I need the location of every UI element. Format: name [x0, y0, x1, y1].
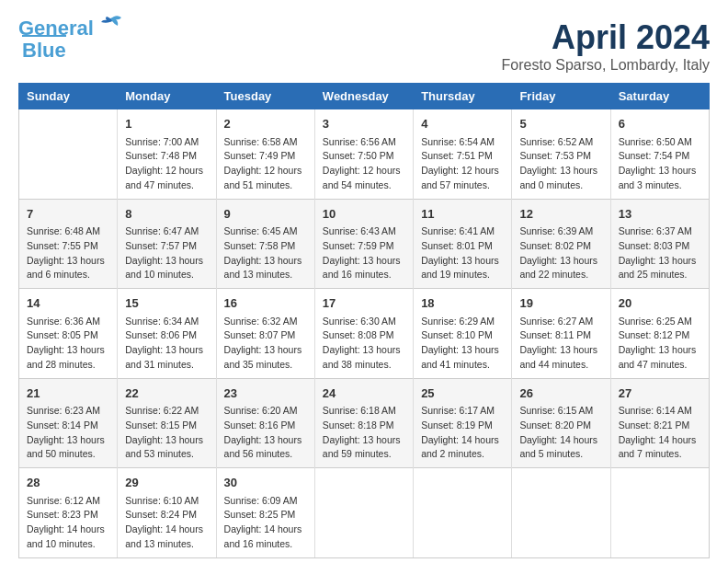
calendar-week-row: 7Sunrise: 6:48 AMSunset: 7:55 PMDaylight… — [19, 199, 710, 289]
calendar-week-row: 1Sunrise: 7:00 AMSunset: 7:48 PMDaylight… — [19, 109, 710, 200]
day-number: 11 — [421, 205, 504, 224]
table-row — [414, 468, 512, 558]
day-info: Sunrise: 6:12 AMSunset: 8:23 PMDaylight:… — [27, 494, 109, 552]
table-row: 15Sunrise: 6:34 AMSunset: 8:06 PMDayligh… — [118, 289, 216, 379]
day-info: Sunrise: 6:50 AMSunset: 7:54 PMDaylight:… — [619, 135, 701, 193]
weekday-header-row: Sunday Monday Tuesday Wednesday Thursday… — [19, 84, 710, 109]
table-row: 5Sunrise: 6:52 AMSunset: 7:53 PMDaylight… — [512, 109, 610, 200]
table-row: 11Sunrise: 6:41 AMSunset: 8:01 PMDayligh… — [414, 199, 512, 289]
table-row — [314, 468, 413, 558]
day-info: Sunrise: 6:18 AMSunset: 8:18 PMDaylight:… — [323, 404, 405, 462]
day-number: 6 — [619, 115, 701, 133]
table-row: 23Sunrise: 6:20 AMSunset: 8:16 PMDayligh… — [216, 378, 314, 468]
day-info: Sunrise: 6:32 AMSunset: 8:07 PMDaylight:… — [224, 315, 307, 373]
day-info: Sunrise: 6:14 AMSunset: 8:21 PMDaylight:… — [619, 404, 701, 462]
header-friday: Friday — [512, 84, 610, 109]
day-number: 10 — [323, 205, 405, 224]
day-info: Sunrise: 6:20 AMSunset: 8:16 PMDaylight:… — [224, 404, 307, 462]
day-number: 24 — [323, 385, 405, 403]
header-monday: Monday — [118, 84, 216, 109]
table-row: 27Sunrise: 6:14 AMSunset: 8:21 PMDayligh… — [610, 378, 709, 468]
table-row: 10Sunrise: 6:43 AMSunset: 7:59 PMDayligh… — [314, 199, 413, 289]
day-number: 22 — [125, 385, 208, 403]
table-row — [610, 468, 709, 558]
day-number: 30 — [224, 474, 307, 492]
page-header: General Blue April 2024 Foresto Sparso, … — [18, 18, 710, 74]
header-tuesday: Tuesday — [216, 84, 314, 109]
day-number: 2 — [224, 115, 307, 133]
table-row: 18Sunrise: 6:29 AMSunset: 8:10 PMDayligh… — [414, 289, 512, 379]
logo-blue: Blue — [22, 35, 66, 63]
day-info: Sunrise: 6:43 AMSunset: 7:59 PMDaylight:… — [323, 224, 405, 282]
calendar-title: April 2024 — [502, 18, 710, 57]
day-info: Sunrise: 6:52 AMSunset: 7:53 PMDaylight:… — [519, 135, 602, 193]
day-info: Sunrise: 6:22 AMSunset: 8:15 PMDaylight:… — [125, 404, 208, 462]
header-wednesday: Wednesday — [314, 84, 413, 109]
day-info: Sunrise: 6:47 AMSunset: 7:57 PMDaylight:… — [125, 224, 208, 282]
table-row: 22Sunrise: 6:22 AMSunset: 8:15 PMDayligh… — [118, 378, 216, 468]
day-number: 17 — [323, 294, 405, 313]
day-info: Sunrise: 6:30 AMSunset: 8:08 PMDaylight:… — [323, 315, 405, 373]
day-number: 4 — [421, 115, 504, 133]
calendar-week-row: 21Sunrise: 6:23 AMSunset: 8:14 PMDayligh… — [19, 378, 710, 468]
table-row: 28Sunrise: 6:12 AMSunset: 8:23 PMDayligh… — [19, 468, 118, 558]
day-info: Sunrise: 6:17 AMSunset: 8:19 PMDaylight:… — [421, 404, 504, 462]
day-number: 26 — [519, 385, 602, 403]
table-row: 16Sunrise: 6:32 AMSunset: 8:07 PMDayligh… — [216, 289, 314, 379]
day-number: 3 — [323, 115, 405, 133]
day-number: 14 — [27, 294, 109, 313]
day-info: Sunrise: 6:34 AMSunset: 8:06 PMDaylight:… — [125, 315, 208, 373]
calendar-subtitle: Foresto Sparso, Lombardy, Italy — [502, 57, 710, 74]
day-info: Sunrise: 6:29 AMSunset: 8:10 PMDaylight:… — [421, 315, 504, 373]
table-row: 26Sunrise: 6:15 AMSunset: 8:20 PMDayligh… — [512, 378, 610, 468]
calendar-week-row: 28Sunrise: 6:12 AMSunset: 8:23 PMDayligh… — [19, 468, 710, 558]
table-row: 9Sunrise: 6:45 AMSunset: 7:58 PMDaylight… — [216, 199, 314, 289]
day-info: Sunrise: 6:36 AMSunset: 8:05 PMDaylight:… — [27, 315, 109, 373]
day-number: 23 — [224, 385, 307, 403]
day-number: 9 — [224, 205, 307, 224]
table-row: 4Sunrise: 6:54 AMSunset: 7:51 PMDaylight… — [414, 109, 512, 200]
day-number: 25 — [421, 385, 504, 403]
day-info: Sunrise: 6:41 AMSunset: 8:01 PMDaylight:… — [421, 224, 504, 282]
table-row: 19Sunrise: 6:27 AMSunset: 8:11 PMDayligh… — [512, 289, 610, 379]
day-info: Sunrise: 6:48 AMSunset: 7:55 PMDaylight:… — [27, 224, 109, 282]
table-row: 17Sunrise: 6:30 AMSunset: 8:08 PMDayligh… — [314, 289, 413, 379]
day-info: Sunrise: 6:27 AMSunset: 8:11 PMDaylight:… — [519, 315, 602, 373]
day-info: Sunrise: 7:00 AMSunset: 7:48 PMDaylight:… — [125, 135, 208, 193]
table-row: 3Sunrise: 6:56 AMSunset: 7:50 PMDaylight… — [314, 109, 413, 200]
day-number: 18 — [421, 294, 504, 313]
calendar-week-row: 14Sunrise: 6:36 AMSunset: 8:05 PMDayligh… — [19, 289, 710, 379]
day-info: Sunrise: 6:23 AMSunset: 8:14 PMDaylight:… — [27, 404, 109, 462]
day-number: 15 — [125, 294, 208, 313]
day-number: 5 — [519, 115, 602, 133]
header-sunday: Sunday — [19, 84, 118, 109]
day-info: Sunrise: 6:54 AMSunset: 7:51 PMDaylight:… — [421, 135, 504, 193]
day-info: Sunrise: 6:10 AMSunset: 8:24 PMDaylight:… — [125, 494, 208, 552]
logo: General Blue — [18, 18, 125, 63]
day-info: Sunrise: 6:09 AMSunset: 8:25 PMDaylight:… — [224, 494, 307, 552]
table-row: 24Sunrise: 6:18 AMSunset: 8:18 PMDayligh… — [314, 378, 413, 468]
day-number: 19 — [519, 294, 602, 313]
day-info: Sunrise: 6:56 AMSunset: 7:50 PMDaylight:… — [323, 135, 405, 193]
table-row — [512, 468, 610, 558]
table-row: 12Sunrise: 6:39 AMSunset: 8:02 PMDayligh… — [512, 199, 610, 289]
table-row: 6Sunrise: 6:50 AMSunset: 7:54 PMDaylight… — [610, 109, 709, 200]
table-row: 7Sunrise: 6:48 AMSunset: 7:55 PMDaylight… — [19, 199, 118, 289]
table-row: 20Sunrise: 6:25 AMSunset: 8:12 PMDayligh… — [610, 289, 709, 379]
header-thursday: Thursday — [414, 84, 512, 109]
logo-bird-icon — [96, 15, 125, 35]
day-number: 16 — [224, 294, 307, 313]
day-number: 27 — [619, 385, 701, 403]
day-info: Sunrise: 6:15 AMSunset: 8:20 PMDaylight:… — [519, 404, 602, 462]
day-number: 20 — [619, 294, 701, 313]
header-saturday: Saturday — [610, 84, 709, 109]
table-row: 25Sunrise: 6:17 AMSunset: 8:19 PMDayligh… — [414, 378, 512, 468]
day-number: 7 — [27, 205, 109, 224]
table-row: 2Sunrise: 6:58 AMSunset: 7:49 PMDaylight… — [216, 109, 314, 200]
table-row — [19, 109, 118, 200]
table-row: 21Sunrise: 6:23 AMSunset: 8:14 PMDayligh… — [19, 378, 118, 468]
day-number: 29 — [125, 474, 208, 492]
day-info: Sunrise: 6:37 AMSunset: 8:03 PMDaylight:… — [619, 224, 701, 282]
table-row: 14Sunrise: 6:36 AMSunset: 8:05 PMDayligh… — [19, 289, 118, 379]
table-row: 29Sunrise: 6:10 AMSunset: 8:24 PMDayligh… — [118, 468, 216, 558]
